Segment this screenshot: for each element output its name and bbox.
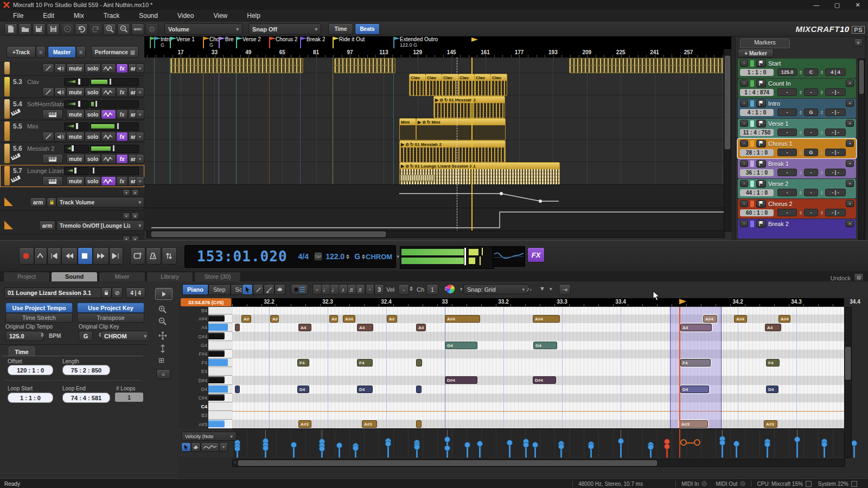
marker-close-button[interactable]: ×	[846, 80, 854, 87]
offset-field[interactable]: 120 : 1 : 0	[8, 365, 53, 375]
lane-lock-button[interactable]	[47, 197, 56, 207]
time-signature[interactable]: 4/4	[298, 252, 309, 261]
marker-flag-button[interactable]	[756, 80, 766, 87]
marker-key-spinner[interactable]	[820, 110, 824, 115]
marker-key-spinner[interactable]	[820, 70, 824, 75]
triplet-button[interactable]: 3	[374, 284, 384, 295]
clip-mute-icon[interactable]: ⊘	[405, 164, 409, 169]
marker-key[interactable]: G	[804, 149, 818, 156]
marker-signature[interactable]: - | -	[825, 88, 846, 96]
midi-note-Ds4[interactable]: D#4	[445, 376, 477, 384]
midi-note-A4[interactable]: A4	[680, 324, 712, 331]
clav-clip[interactable]: Clav	[442, 74, 458, 96]
midi-note-D4[interactable]: D4	[297, 386, 309, 393]
marker-flag-button[interactable]	[756, 220, 766, 228]
piano-roll-tab-piano[interactable]: Piano	[182, 284, 208, 295]
marker-name[interactable]: Break 2	[768, 221, 789, 227]
mute-button[interactable]: mute	[66, 63, 85, 73]
velocity-stem[interactable]	[534, 442, 536, 458]
marker-position[interactable]: 44 : 1 : 0	[740, 189, 774, 196]
undo-button[interactable]	[75, 23, 88, 35]
marker-close-button[interactable]: ×	[846, 100, 854, 107]
track-more-button[interactable]: ▾	[136, 63, 144, 73]
scale-value[interactable]: CHROM	[366, 253, 392, 261]
track-monitor-button[interactable]	[54, 132, 66, 142]
velocity-stem[interactable]	[416, 440, 418, 458]
piano-roll-hscrollbar[interactable]: ‹	[232, 459, 845, 467]
audio-clip-strip[interactable]	[170, 65, 303, 73]
velocity-stem[interactable]	[467, 442, 468, 458]
marker-tempo[interactable]: -	[777, 108, 797, 116]
marker-position[interactable]: 11 : 4 : 750	[740, 129, 774, 136]
snap-dropdown[interactable]: Snap Off▾	[248, 23, 321, 35]
marker-key-spinner[interactable]	[820, 190, 824, 195]
marker-expand-button[interactable]: ›	[740, 160, 748, 167]
note-duration-button-0[interactable]: ○	[312, 284, 322, 295]
piano-key-D4[interactable]	[208, 385, 232, 394]
preview-play-button[interactable]	[155, 288, 173, 300]
track-row-5.3[interactable]: 5.3Clavmutesolofxarm▾	[0, 76, 144, 98]
marker-signature[interactable]: - | -	[825, 129, 846, 136]
midi-note-G4[interactable]: G4	[445, 342, 477, 349]
velocity-dot[interactable]	[336, 442, 342, 448]
add-track-menu-button[interactable]: ≡	[36, 46, 46, 58]
marker-card-start[interactable]: ›Start1 : 1 : 0125.0C4 | 4	[738, 59, 856, 78]
velocity-dot[interactable]	[764, 441, 770, 447]
midi-note-A4[interactable]: A4	[416, 324, 426, 331]
track-draw-button[interactable]	[42, 132, 54, 142]
marker-key[interactable]: C	[804, 68, 818, 76]
marker-key-spinner[interactable]	[820, 130, 824, 135]
velocity-dot[interactable]	[733, 441, 739, 447]
velocity-stem[interactable]	[722, 436, 723, 458]
midi-note-As3[interactable]: A#3	[298, 420, 311, 428]
key-value[interactable]: G	[354, 252, 360, 261]
menu-track[interactable]: Track	[95, 11, 129, 21]
clip-play-icon[interactable]: ▶	[401, 142, 404, 147]
velocity-stem[interactable]	[446, 437, 448, 458]
add-marker-button[interactable]: +Marker	[738, 49, 774, 57]
markers-close-button[interactable]: ×	[854, 38, 863, 47]
maximize-button[interactable]: ▢	[827, 2, 847, 9]
marker-signature[interactable]: - | -	[825, 108, 846, 116]
velocity-stem[interactable]	[339, 442, 340, 458]
velocity-dot[interactable]	[444, 445, 450, 451]
velocity-stem[interactable]	[509, 440, 510, 458]
clav-clip[interactable]: Clav	[409, 74, 426, 96]
marker-tempo[interactable]: 125.0	[777, 68, 797, 76]
velocity-dot[interactable]	[618, 438, 624, 444]
automation-lane-content[interactable]	[144, 184, 731, 208]
loop-button[interactable]	[130, 247, 145, 265]
fx-button[interactable]: fx	[116, 154, 128, 164]
marker-expand-button[interactable]: ›	[740, 140, 748, 147]
velocity-node[interactable]	[680, 439, 687, 446]
piano-key-B3[interactable]	[208, 411, 232, 420]
velocity-dot[interactable]	[234, 446, 240, 452]
snap-grid-dropdown[interactable]: Snap: Grid▾	[463, 284, 528, 294]
marker-signature[interactable]: - | -	[825, 189, 846, 196]
clip-play-icon[interactable]: ▶	[435, 98, 438, 102]
lane-add-button[interactable]: +	[123, 213, 130, 220]
piano-key-A4[interactable]	[208, 323, 232, 332]
fx-button[interactable]: fx	[116, 176, 128, 186]
lane-parameter-dropdown[interactable]: Track Volume▾	[56, 197, 144, 208]
marker-name[interactable]: Count In	[768, 80, 791, 87]
velocity-stem[interactable]	[824, 439, 825, 458]
arrange-vscrollbar[interactable]	[724, 49, 731, 232]
midi-note-As4[interactable]: A#4	[533, 315, 560, 323]
marker-position[interactable]: 28 : 1 : 0	[740, 149, 774, 156]
menu-video[interactable]: Video	[169, 11, 202, 21]
velocity-stem[interactable]	[736, 441, 737, 458]
piano-keys[interactable]: B4A#4A4G#4G4F#4F4E4D#4D4C#4C4B3A#3	[179, 307, 232, 428]
note-grid[interactable]: A#A#A#A#4A#A#4A#4A#4A#4A#4A4A4A4A4A4G4G4…	[232, 307, 844, 428]
velocity-stem[interactable]	[265, 439, 266, 458]
marker-close-button[interactable]: ×	[846, 120, 854, 127]
mute-button[interactable]: mute	[66, 176, 85, 186]
marker-card-break-2[interactable]: ›Break 2×	[738, 219, 856, 239]
tab-library[interactable]: Library	[146, 272, 193, 281]
midi-note-As4[interactable]: A#4	[734, 315, 747, 323]
tab-store[interactable]: Store (30)	[194, 272, 241, 281]
channel-value[interactable]: 1	[426, 284, 438, 295]
automation-button[interactable]	[101, 176, 116, 186]
marker-flag-button[interactable]	[756, 60, 766, 67]
velocity-node[interactable]	[694, 439, 700, 446]
